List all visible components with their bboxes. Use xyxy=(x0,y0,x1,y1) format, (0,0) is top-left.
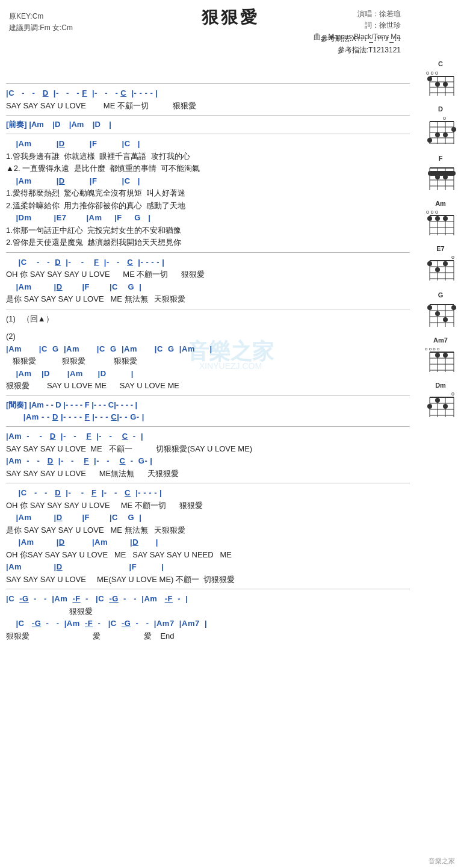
lyric-chorus-2: 是你 SAY SAY SAY U LOVE ME 無法無 天狠狠愛 xyxy=(6,293,410,305)
repeat-2: (2) xyxy=(6,330,410,343)
svg-point-46 xyxy=(443,216,448,221)
svg-point-82 xyxy=(443,353,448,358)
svg-point-11 xyxy=(427,76,432,81)
lyric-repeat-2a: 狠狠愛 狠狠愛 狠狠愛 xyxy=(6,355,410,367)
chord-outro-2: |C -G - - |Am -F - |C -G - - |Am7 |Am7 | xyxy=(6,618,410,630)
chord-row-1: |C - - D |- - - F |- - - C |- - - - | xyxy=(6,87,410,99)
chord-am: Am o o o xyxy=(422,200,459,239)
svg-point-48 xyxy=(427,216,432,221)
lyric-chorus-1: OH 你 SAY SAY SAY U LOVE ME 不顧一切 狠狠愛 xyxy=(6,268,410,281)
lyricist: 詞：徐世珍 xyxy=(314,20,401,31)
chord-d: D o xyxy=(422,105,459,149)
chord-am7-grid: o o o o xyxy=(425,345,456,374)
lyric-final-2: 是你 SAY SAY SAY U LOVE ME 無法無 天狠狠愛 xyxy=(6,524,410,536)
chord-am-grid: o o o xyxy=(425,208,456,237)
svg-point-71 xyxy=(435,311,440,316)
chord-repeat-2b: |Am |D |Am |D | xyxy=(6,368,410,380)
svg-point-70 xyxy=(451,305,456,310)
svg-point-93 xyxy=(427,404,432,409)
svg-point-36 xyxy=(443,175,448,179)
chord-dm: Dm o xyxy=(422,382,459,421)
svg-point-22 xyxy=(435,132,440,137)
lyric-bridge-1: SAY SAY SAY U LOVE ME 不顧一 切狠狠愛(SAY U LOV… xyxy=(6,443,410,455)
chord-c: C o o o xyxy=(422,60,459,99)
chord-am7: Am7 o o o o xyxy=(422,336,459,376)
chord-bridge-1: |Am - - D |- - F |- - C - | xyxy=(6,430,410,442)
chord-bridge-2: |Am - - D |- - F |- - C - G- | xyxy=(6,455,410,467)
svg-point-60 xyxy=(435,267,440,272)
main-content: |C - - D |- - - F |- - - C |- - - - | SA… xyxy=(6,83,410,654)
chord-e7: E7 o xyxy=(422,245,459,285)
svg-point-35 xyxy=(435,175,440,179)
prelude-label: [前奏] |Am |D |Am |D | xyxy=(6,119,410,130)
chord-outro-1: |C -G - - |Am -F - |C -G - - |Am -F - | xyxy=(6,593,410,605)
svg-point-83 xyxy=(435,353,440,358)
chord-g-grid xyxy=(425,300,456,329)
fingering: 參考指法:T1213121 xyxy=(321,45,401,56)
svg-text:o: o xyxy=(451,391,454,397)
chord-dm-grid: o xyxy=(425,390,456,419)
chord-final-4: |Am |D |F | xyxy=(6,561,410,573)
chord-interlude-2: |Am - - D |- - - - F |- - - C|- - G- | xyxy=(6,411,410,423)
lyric-final-3: OH 你SAY SAY SAY U LOVE ME SAY SAY SAY U … xyxy=(6,549,410,561)
meta-left: 原KEY:Cm 建議男調:Fm 女:Cm xyxy=(9,11,73,34)
lyric-verse-1a: 1.管我身邊有誰 你就這樣 眼裡千言萬語 攻打我的心 xyxy=(6,150,410,163)
lyric-verse-2b: 2.溫柔幹嘛給你 用力推你卻被你的真心 感動了天地 xyxy=(6,200,410,212)
lyric-row-1: SAY SAY SAY U LOVE ME 不顧一切 狠狠愛 xyxy=(6,100,410,112)
chord-e7-grid: o xyxy=(425,253,456,284)
chord-verse-bridge: |Dm |E7 |Am |F G | xyxy=(6,212,410,224)
svg-point-9 xyxy=(443,82,448,87)
lyric-verse-2a: ▲2. 一直覺得永遠 是比什麼 都慎重的事情 可不能淘氣 xyxy=(6,163,410,175)
chord-c-grid: o o o xyxy=(425,69,456,98)
svg-text:o o o o: o o o o xyxy=(425,346,440,352)
lyric-final-1: OH 你 SAY SAY SAY U LOVE ME 不顧一切 狠狠愛 xyxy=(6,500,410,512)
chord-final-1: |C - - D |- - F |- - C |- - - - | xyxy=(6,487,410,499)
svg-text:o o o: o o o xyxy=(426,70,438,76)
svg-point-23 xyxy=(443,132,448,137)
svg-rect-34 xyxy=(428,171,456,176)
chord-verse-1b: |Am |D |F |C | xyxy=(6,175,410,187)
chord-chorus-2: |Am |D |F |C G | xyxy=(6,281,410,293)
chord-final-2: |Am |D |F |C G | xyxy=(6,512,410,524)
lyric-outro-2: 狠狠愛 愛 愛 End xyxy=(6,630,410,642)
svg-point-69 xyxy=(427,305,432,310)
lyric-final-4: SAY SAY SAY U LOVE ME(SAY U LOVE ME) 不顧一… xyxy=(6,574,410,586)
svg-text:o o o: o o o xyxy=(426,209,438,215)
page: 狠狠愛 原KEY:Cm 建議男調:Fm 女:Cm 演唱：徐若瑄 詞：徐世珍 曲：… xyxy=(0,0,461,868)
lyric-verse-1b: 1.愛得那麼熱烈 驚心動魄完全沒有規矩 叫人好著迷 xyxy=(6,187,410,199)
chord-f-grid xyxy=(425,163,456,192)
suggestion: 建議男調:Fm 女:Cm xyxy=(9,22,73,34)
interlude-label: [間奏] |Am - - D |- - - - F |- - - C|- - -… xyxy=(6,400,410,411)
chord-final-3: |Am |D |Am |D | xyxy=(6,536,410,548)
lyric-bridge-2: SAY SAY SAY U LOVE ME無法無 天狠狠愛 xyxy=(6,468,410,480)
svg-point-58 xyxy=(427,261,432,266)
chord-diagrams: C o o o D o xyxy=(422,60,459,424)
strumming-info: 參考刷法:X↑↓↓ _↓↑↑ ↑_↓↓ 參考指法:T1213121 xyxy=(321,33,401,56)
original-key: 原KEY:Cm xyxy=(9,11,73,22)
svg-point-72 xyxy=(443,317,448,322)
svg-point-47 xyxy=(435,216,440,221)
lyric-verse-1c: 1.你那一句話正中紅心 完投完封女生的不安和猶豫 xyxy=(6,225,410,237)
svg-text:o: o xyxy=(451,254,454,260)
page-footer: 音樂之家 xyxy=(429,857,455,866)
performer: 演唱：徐若瑄 xyxy=(314,8,401,20)
strumming: 參考刷法:X↑↓↓ _↓↑↑ ↑_↓↓ xyxy=(321,33,401,45)
svg-point-94 xyxy=(435,398,440,403)
lyric-outro-1: 狠狠愛 xyxy=(6,606,410,618)
svg-point-10 xyxy=(435,82,440,87)
svg-point-59 xyxy=(443,261,448,266)
chord-g: G xyxy=(422,291,459,330)
chord-f: F xyxy=(422,155,459,194)
chord-verse-1a: |Am |D |F |C | xyxy=(6,138,410,150)
chord-d-grid: o xyxy=(425,114,456,147)
lyric-repeat-2b: 狠狠愛 SAY U LOVE ME SAY U LOVE ME xyxy=(6,380,410,392)
svg-point-25 xyxy=(427,138,432,143)
svg-point-95 xyxy=(443,404,448,409)
chord-repeat-2a: |Am |C G |Am |C G |Am |C G |Am | xyxy=(6,343,410,355)
chord-chorus-1: |C - - D |- - F |- - C |- - - - | xyxy=(6,256,410,268)
repeat-1: (1) （回▲） xyxy=(6,313,410,325)
lyric-verse-2c: 2.管你是天使還是魔鬼 越演越烈我開始天天想見你 xyxy=(6,237,410,249)
svg-point-24 xyxy=(451,127,456,132)
svg-text:o: o xyxy=(443,115,446,121)
